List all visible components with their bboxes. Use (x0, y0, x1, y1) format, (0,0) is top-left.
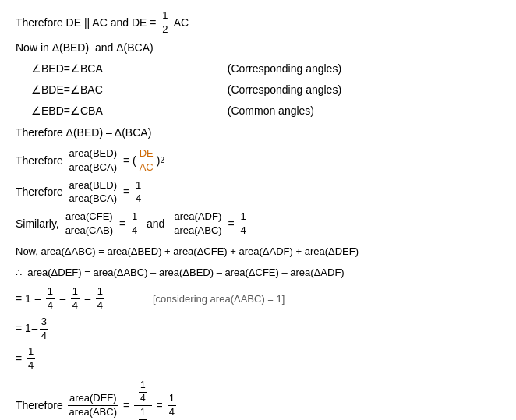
text-ac: AC (171, 13, 189, 33)
text-eq-13: = 1‒ (16, 319, 38, 338)
frac-area-bed-bca: area(BED) area(BCA) (68, 147, 118, 175)
text-therefore-similar: Therefore Δ(BED) – Δ(BCA) (16, 123, 151, 143)
note-corresponding-1: (Corresponding angles) (228, 59, 341, 79)
line-1: Therefore DE || AC and DE = 1 2 AC (16, 9, 500, 37)
frac-1-4-f: 1 4 (96, 285, 104, 312)
frac-quarter-over-one: 1 4 1 1 (134, 379, 152, 420)
text-eq-14: = (16, 349, 25, 369)
text-eq-12: = 1 ‒ (16, 289, 44, 309)
inner-frac-1-1: 1 1 (139, 407, 147, 420)
text-therefore-de: Therefore DE || AC and DE = (16, 13, 159, 33)
line-7: Therefore area(BED) area(BCA) = ( DE AC … (16, 147, 500, 175)
frac-de-ac: DE AC (138, 147, 155, 175)
text-now-in: Now in Δ(BED) and Δ(BCA) (16, 38, 154, 58)
angle-ebd-cba: ∠EBD=∠CBA (31, 101, 103, 121)
line-6: Therefore Δ(BED) – Δ(BCA) (16, 123, 500, 143)
text-eq-9a: = (116, 214, 129, 234)
note-corresponding-2: (Corresponding angles) (228, 80, 341, 100)
line-3: ∠BED=∠BCA (Corresponding angles) (31, 59, 500, 79)
text-minus-12a: ‒ (56, 289, 69, 309)
text-minus-12b: ‒ (81, 289, 94, 309)
frac-1-4-a: 1 4 (134, 179, 143, 206)
text-similarly: Similarly, (16, 214, 62, 234)
line-13: = 1‒ 3 4 (16, 316, 500, 343)
text-eq-9b: = (225, 214, 238, 234)
line-4: ∠BDE=∠BAC (Corresponding angles) (31, 80, 500, 100)
frac-1-4-c: 1 4 (239, 210, 248, 238)
line-8: Therefore area(BED) area(BCA) = 1 4 (16, 179, 500, 206)
note-common: (Common angles) (228, 101, 314, 121)
frac-3-4: 3 4 (40, 316, 48, 343)
frac-def-abc: area(DEF) area(ABC) (68, 392, 118, 419)
text-therefore-sym: ∴ area(ΔDEF) = area(ΔABC) – area(ΔBED) –… (16, 263, 345, 281)
power-2: 2 (160, 154, 164, 168)
text-and: and (140, 214, 171, 234)
line-2: Now in Δ(BED) and Δ(BCA) (16, 38, 500, 58)
inner-frac-1-4: 1 4 (139, 379, 147, 404)
frac-area-bed-bca-2: area(BED) area(BCA) (68, 179, 118, 206)
frac-1-2: 1 2 (161, 9, 169, 37)
frac-1-4-b: 1 4 (130, 210, 139, 238)
text-eq-15: = (120, 396, 133, 415)
line-15: Therefore area(DEF) area(ABC) = 1 4 1 1 … (16, 379, 500, 420)
frac-1-4-result: 1 4 (27, 345, 35, 372)
line-11: ∴ area(ΔDEF) = area(ΔABC) – area(ΔBED) –… (16, 263, 500, 281)
line-5: ∠EBD=∠CBA (Common angles) (31, 101, 500, 121)
frac-1-4-d: 1 4 (46, 285, 55, 312)
angle-bde-bac: ∠BDE=∠BAC (31, 80, 103, 100)
note-considering: [considering area(ΔABC) = 1] (153, 290, 285, 308)
line-14: = 1 4 (16, 345, 500, 372)
text-therefore-7: Therefore (16, 151, 66, 171)
text-eq-8: = (120, 182, 133, 202)
frac-1-4-e: 1 4 (71, 285, 80, 312)
frac-cfe-cab: area(CFE) area(CAB) (64, 210, 115, 238)
frac-1-4-final: 1 4 (168, 392, 176, 419)
line-9: Similarly, area(CFE) area(CAB) = 1 4 and… (16, 210, 500, 238)
line-10: Now, area(ΔABC) = area(ΔBED) + area(ΔCFE… (16, 242, 500, 260)
angle-bed-bca: ∠BED=∠BCA (31, 59, 103, 79)
frac-adf-abc: area(ADF) area(ABC) (172, 210, 223, 238)
text-therefore-8: Therefore (16, 182, 66, 202)
math-proof: Therefore DE || AC and DE = 1 2 AC Now i… (16, 9, 500, 420)
text-eq-15b: = (154, 396, 166, 415)
paren-open: ( (133, 151, 136, 171)
text-therefore-15: Therefore (16, 396, 66, 415)
text-eq-7: = (120, 151, 133, 171)
text-now-area: Now, area(ΔABC) = area(ΔBED) + area(ΔCFE… (16, 242, 359, 260)
line-12: = 1 ‒ 1 4 ‒ 1 4 ‒ 1 4 [considering area(… (16, 285, 500, 312)
